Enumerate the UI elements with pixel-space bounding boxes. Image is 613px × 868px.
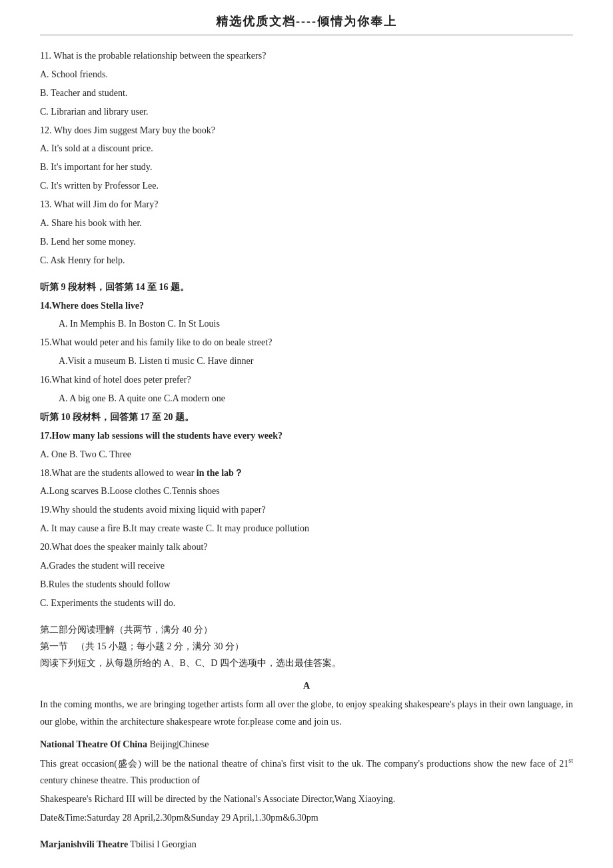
q15-options: A.Visit a museum B. Listen ti music C. H… (59, 353, 573, 370)
q16-text: 16.What kind of hotel does peter prefer? (40, 371, 573, 389)
passage-a-intro: In the coming months, we are bringing to… (40, 696, 573, 731)
q19-options: A. It may cause a fire B.It may create w… (40, 520, 573, 537)
theatre1-name: National Theatre Of China (40, 739, 147, 749)
theatre1-location: Beijing|Chinese (149, 739, 209, 749)
q17-text: 17.How many lab sessions will the studen… (40, 427, 573, 445)
passage-a-label: A (40, 677, 573, 695)
q12-optB: B. It's important for her study. (40, 159, 573, 176)
q18-options: A.Long scarves B.Loose clothes C.Tennis … (40, 483, 573, 500)
section2-sub: 第一节 （共 15 小题；每小题 2 分，满分 30 分） (40, 638, 573, 655)
theatre1-body1: This great occasion(盛会) will be the nati… (40, 755, 573, 789)
q15-text: 15.What would peter and his family like … (40, 334, 573, 351)
main-content: 11. What is the probable relationship be… (40, 47, 573, 853)
q13-optC: C. Ask Henry for help. (40, 252, 573, 269)
q14-options: A. In Memphis B. In Boston C. In St Loui… (59, 315, 573, 333)
q17-options: A. One B. Two C. Three (40, 446, 573, 463)
section2-label: 第二部分阅读理解（共两节，满分 40 分） (40, 621, 213, 638)
q20-text: 20.What does the speaker mainly talk abo… (40, 539, 573, 556)
q11-optA: A. School friends. (40, 66, 573, 83)
q11-optC: C. Librarian and library user. (40, 103, 573, 121)
q12-text: 12. Why does Jim suggest Mary buy the bo… (40, 122, 573, 139)
q16-options: A. A big one B. A quite one C.A modern o… (59, 390, 573, 407)
theatre2-name: Marjanishvili Theatre (40, 839, 128, 849)
header-title: 精选优质文档----倾情为你奉上 (216, 15, 397, 28)
left-section-label: 第一节 (40, 638, 68, 655)
theatre2-header: Marjanishvili Theatre Tbilisi l Georgian (40, 836, 573, 853)
q14-text: 14.Where does Stella live? (40, 297, 573, 315)
q20-optC: C. Experiments the students will do. (40, 595, 573, 612)
q13-text: 13. What will Jim do for Mary? (40, 196, 573, 213)
q13-optA: A. Share his book with her. (40, 215, 573, 232)
theatre1-header: National Theatre Of China Beijing|Chines… (40, 736, 573, 753)
q12-optC: C. It's written by Professor Lee. (40, 177, 573, 195)
section2-desc: （共 15 小题；每小题 2 分，满分 30 分） (76, 638, 244, 655)
section10-label: 听第 10 段材料，回答第 17 至 20 题。 (40, 409, 573, 426)
section2-header: 第二部分阅读理解（共两节，满分 40 分） (40, 621, 573, 638)
theatre2-location: Tbilisi l Georgian (130, 839, 196, 849)
theatre1-datetime: Date&Time:Saturday 28 April,2.30pm&Sunda… (40, 809, 573, 827)
q12-optA: A. It's sold at a discount price. (40, 140, 573, 157)
q20-optA: A.Grades the student will receive (40, 557, 573, 575)
q11-optB: B. Teacher and student. (40, 85, 573, 102)
theatre1-body3: Shakespeare's Richard III will be direct… (40, 791, 573, 808)
q19-text: 19.Why should the students avoid mixing … (40, 501, 573, 519)
section9-label: 听第 9 段材料，回答第 14 至 16 题。 (40, 279, 573, 296)
page-header: 精选优质文档----倾情为你奉上 (40, 13, 573, 35)
reading-instruction: 阅读下列短文，从每题所给的 A、B、C、D 四个选项中，选出最佳答案。 (40, 655, 573, 672)
q20-optB: B.Rules the students should follow (40, 576, 573, 593)
q13-optB: B. Lend her some money. (40, 233, 573, 251)
q11-text: 11. What is the probable relationship be… (40, 47, 573, 65)
q18-text: 18.What are the students allowed to wear… (40, 465, 573, 482)
